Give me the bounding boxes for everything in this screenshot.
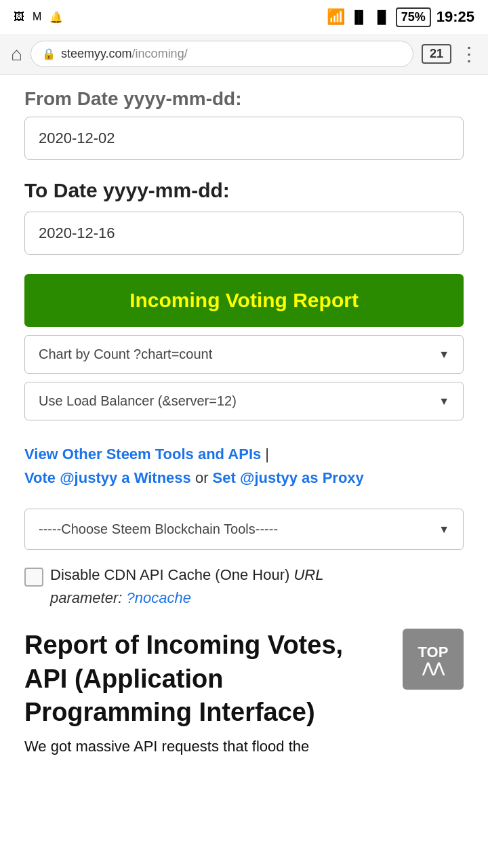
clock: 19:25	[436, 8, 474, 26]
page-content: From Date yyyy-mm-dd: To Date yyyy-mm-dd…	[0, 75, 488, 769]
home-icon[interactable]: ⌂	[11, 43, 22, 65]
vote-witness-link[interactable]: Vote @justyy a Witness	[24, 469, 191, 486]
from-date-label: From Date yyyy-mm-dd:	[24, 88, 464, 110]
blockchain-tools-dropdown[interactable]: -----Choose Steem Blockchain Tools----- …	[24, 509, 464, 550]
top-label: TOP	[418, 644, 449, 661]
chart-dropdown[interactable]: Chart by Count ?chart=count ▼	[24, 335, 464, 374]
to-date-label: To Date yyyy-mm-dd:	[24, 179, 464, 202]
blockchain-dropdown-arrow: ▼	[439, 524, 449, 536]
wifi-icon: 📶	[327, 8, 345, 26]
signal-icon-1: ▐▌	[350, 10, 368, 24]
links-section: View Other Steem Tools and APIs | Vote @…	[24, 442, 464, 490]
gmail-icon: M	[33, 11, 41, 23]
url-domain: steemyy.com/incoming/	[61, 47, 188, 61]
chart-dropdown-arrow: ▼	[439, 349, 449, 361]
url-bar[interactable]: 🔒 steemyy.com/incoming/	[30, 41, 413, 67]
report-heading: Report of Incoming Votes, API (Applicati…	[24, 629, 464, 729]
status-bar: 🖼 M 🔔 📶 ▐▌ ▐▌ 75% 19:25	[0, 0, 488, 34]
or-text: or	[191, 469, 213, 486]
cache-checkbox-section: Disable CDN API Cache (One Hour) URL	[24, 566, 464, 587]
status-right: 📶 ▐▌ ▐▌ 75% 19:25	[327, 7, 474, 27]
browser-bar: ⌂ 🔒 steemyy.com/incoming/ 21 ⋮	[0, 34, 488, 75]
cache-checkbox-label: Disable CDN API Cache (One Hour) URL	[50, 566, 464, 584]
lock-icon: 🔒	[42, 47, 56, 60]
battery-indicator: 75%	[396, 7, 431, 27]
from-date-input[interactable]	[24, 117, 464, 160]
cache-checkbox[interactable]	[24, 568, 43, 587]
set-proxy-link[interactable]: Set @justyy as Proxy	[213, 469, 364, 486]
pipe-separator: |	[261, 446, 269, 462]
status-icons: 🖼 M 🔔	[14, 11, 63, 24]
blockchain-tools-label: -----Choose Steem Blockchain Tools-----	[39, 521, 278, 537]
top-button[interactable]: TOP ⋀⋀	[403, 629, 464, 690]
server-dropdown-label: Use Load Balancer (&server=12)	[39, 393, 237, 409]
server-dropdown-arrow: ▼	[439, 395, 449, 408]
alert-icon: 🔔	[49, 11, 63, 24]
incoming-voting-report-button[interactable]: Incoming Voting Report	[24, 274, 464, 327]
signal-icon-2: ▐▌	[373, 10, 390, 24]
report-section: Report of Incoming Votes, API (Applicati…	[24, 629, 464, 729]
server-dropdown[interactable]: Use Load Balancer (&server=12) ▼	[24, 382, 464, 420]
chart-dropdown-label: Chart by Count ?chart=count	[39, 347, 212, 362]
bottom-text: We got massive API requests that flood t…	[24, 738, 464, 755]
to-date-input[interactable]	[24, 212, 464, 255]
view-other-tools-link[interactable]: View Other Steem Tools and APIs	[24, 446, 261, 462]
tab-count[interactable]: 21	[422, 44, 451, 64]
nocache-link[interactable]: ?nocache	[127, 589, 191, 606]
top-chevrons-icon: ⋀⋀	[422, 661, 444, 675]
gallery-icon: 🖼	[14, 11, 24, 23]
more-options-icon[interactable]: ⋮	[460, 43, 477, 65]
url-param-line: parameter: ?nocache	[24, 589, 464, 607]
